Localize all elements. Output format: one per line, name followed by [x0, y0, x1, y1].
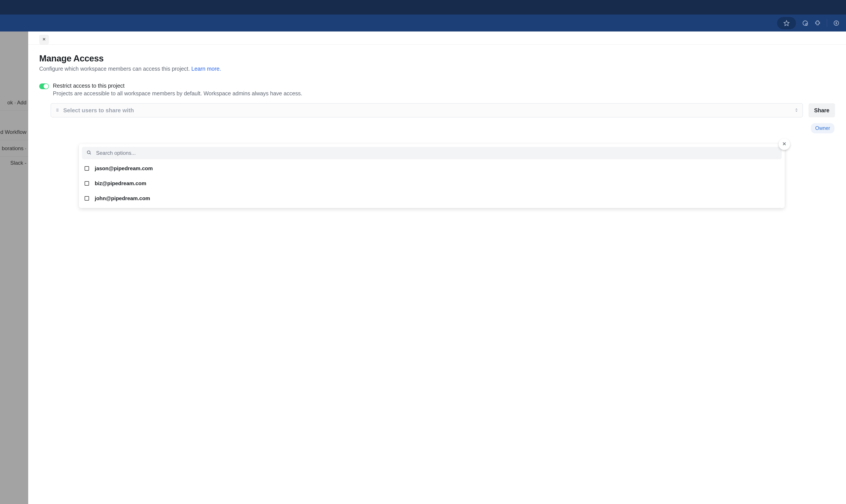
chevron-updown-icon	[794, 107, 799, 114]
share-select-row: Select users to share with Share	[51, 103, 835, 118]
checkbox-icon	[85, 166, 89, 170]
svg-point-4	[87, 151, 90, 154]
options-search-input[interactable]	[96, 150, 777, 156]
user-option[interactable]: jason@pipedream.com	[79, 161, 785, 176]
share-button[interactable]: Share	[809, 103, 835, 118]
restrict-access-toggle[interactable]	[39, 84, 49, 89]
svg-marker-0	[784, 20, 789, 25]
page-title: Manage Access	[39, 54, 835, 64]
subtitle-text: Configure which workspace members can ac…	[39, 66, 191, 72]
checkbox-icon	[85, 196, 89, 201]
options-search	[82, 147, 782, 159]
close-icon	[782, 141, 787, 147]
user-select-placeholder: Select users to share with	[63, 107, 134, 114]
restrict-access-description: Projects are accessible to all workspace…	[53, 90, 302, 97]
list-icon	[55, 107, 59, 114]
restrict-access-text: Restrict access to this project Projects…	[53, 83, 302, 97]
user-select-dropdown[interactable]: Select users to share with	[51, 103, 803, 118]
profile-alert-icon[interactable]	[802, 20, 808, 26]
sidebar-fragment-text: ok · Add	[7, 100, 27, 106]
learn-more-link[interactable]: Learn more.	[191, 66, 221, 72]
owner-row: Owner	[39, 123, 835, 133]
toggle-knob	[43, 84, 49, 89]
checkbox-icon	[85, 181, 89, 186]
sidebar-fragment: ed Workflow	[0, 124, 28, 140]
bookmark-star-button[interactable]	[777, 17, 796, 29]
restrict-access-row: Restrict access to this project Projects…	[39, 83, 835, 97]
window-titlebar	[0, 0, 846, 15]
share-button-label: Share	[814, 107, 829, 114]
star-icon	[783, 20, 790, 26]
user-option-label: john@pipedream.com	[95, 195, 150, 201]
sidebar-fragment-text: ed Workflow	[0, 129, 27, 135]
user-option-label: biz@pipedream.com	[95, 180, 146, 186]
panel-body: Manage Access Configure which workspace …	[28, 45, 846, 133]
close-panel-button[interactable]	[39, 35, 49, 44]
search-icon	[86, 150, 92, 156]
user-options-popover: jason@pipedream.com biz@pipedream.com jo…	[79, 144, 785, 208]
pipedream-extension-icon[interactable]	[833, 20, 840, 26]
browser-toolbar	[0, 15, 846, 32]
sidebar-fragment-text: Slack -	[10, 160, 27, 166]
extensions-icon[interactable]	[814, 20, 821, 26]
owner-badge: Owner	[811, 123, 834, 133]
sidebar-fragment: Slack -	[0, 155, 28, 171]
sidebar-fragment-text: borations ·	[2, 145, 27, 151]
sidebar-fragment: borations ·	[0, 140, 28, 157]
user-option-label: jason@pipedream.com	[95, 165, 153, 172]
manage-access-panel: Manage Access Configure which workspace …	[28, 32, 846, 504]
owner-badge-label: Owner	[815, 125, 830, 131]
close-icon	[42, 37, 46, 42]
panel-header	[28, 32, 846, 45]
popover-close-button[interactable]	[779, 139, 790, 150]
sidebar-fragment: ok · Add	[0, 94, 28, 111]
background-sidebar: ok · Add ed Workflow borations · Slack -	[0, 32, 28, 504]
user-option[interactable]: biz@pipedream.com	[79, 176, 785, 191]
user-option[interactable]: john@pipedream.com	[79, 191, 785, 206]
page-subtitle: Configure which workspace members can ac…	[39, 66, 835, 72]
restrict-access-label: Restrict access to this project	[53, 83, 302, 89]
